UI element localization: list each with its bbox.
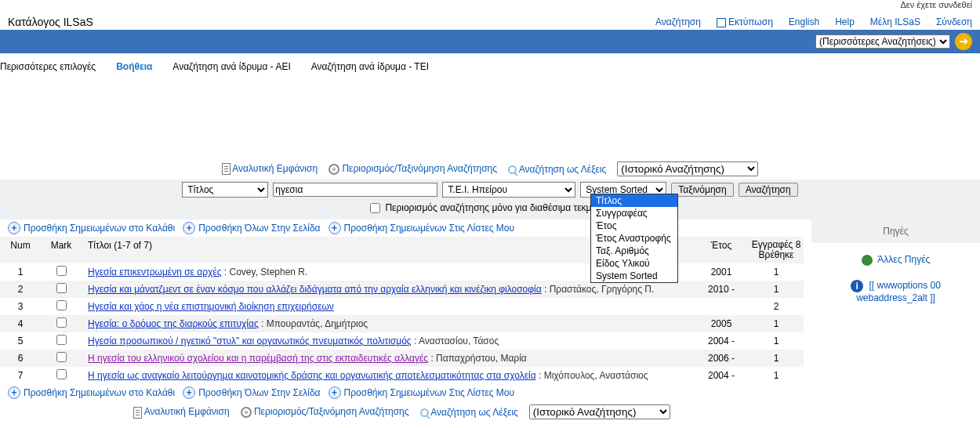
add-marked-lists-bottom[interactable]: +Προσθήκη Σημειωμένων Στις Λίστες Μου [328,386,515,399]
history-select[interactable]: (Ιστορικό Αναζήτησης) [617,161,758,176]
row-year: 2004 - [694,336,749,346]
row-title-link[interactable]: Ηγεσία και μάνατζμεντ σε έναν κόσμο που … [88,284,542,295]
row-num: 4 [0,318,41,329]
row-records: 1 [749,267,804,277]
detailed-view-link[interactable]: Αναλυτική Εμφάνιση [222,163,318,175]
add-marked-lists[interactable]: +Προσθήκη Σημειωμένων Στις Λίστες Μου [328,222,515,234]
row-num: 2 [0,284,41,295]
col-records-header: Εγγραφές 8 Βρέθηκε [749,240,804,260]
row-checkbox[interactable] [56,300,67,310]
table-row: 6Η ηγεσία του ελληνικού σχολείου και η π… [0,350,804,367]
row-checkbox[interactable] [56,335,67,345]
row-year: 2010 - [694,284,749,295]
subnav-more-options[interactable]: Περισσότερες επιλογές [0,61,96,72]
sources-panel-title: Πηγές [811,219,980,243]
row-year: 2001 [694,267,749,277]
gear-icon [241,407,252,418]
add-marked-cart[interactable]: +Προσθήκη Σημειωμένων στο Καλάθι [8,222,175,234]
row-checkbox[interactable] [56,266,67,276]
detailed-view-link-bottom[interactable]: Αναλυτική Εμφάνιση [133,406,229,418]
search-button[interactable]: Αναζήτηση [739,183,798,197]
go-button[interactable] [955,33,972,50]
row-records: 1 [749,353,804,364]
sort-option[interactable]: Τίτλος [591,194,677,207]
row-title-link[interactable]: Ηγεσία επικεντρωμένη σε αρχές [88,267,222,277]
row-year: 2004 - [694,370,749,381]
search-words-link[interactable]: Αναζήτηση ως Λέξεις [508,164,606,175]
other-sources-link[interactable]: Άλλες Πηγές [877,254,930,265]
field-select[interactable]: Τίτλος [182,182,268,198]
plus-icon: + [8,222,20,234]
document-icon [222,163,230,175]
info-icon: i [851,280,863,292]
row-title-link[interactable]: Η ηγεσία του ελληνικού σχολείου και η πα… [88,353,428,364]
subnav-help[interactable]: Βοήθεια [116,61,152,72]
table-row: 3Ηγεσία και χάος η νέα επιστημονική διοί… [0,298,804,315]
limit-sort-link-bottom[interactable]: Περιορισμός/Ταξινόμηση Αναζήτησης [241,406,409,418]
history-select-bottom[interactable]: (Ιστορικό Αναζήτησης) [529,404,670,419]
sort-button[interactable]: Ταξινόμηση [671,183,733,197]
row-author: : Μιχόπουλος, Αναστάσιος [539,370,648,381]
table-row: 4Ηγεσία: ο δρόμος της διαρκούς επιτυχίας… [0,315,804,332]
row-checkbox[interactable] [56,317,67,328]
search-words-link-bottom[interactable]: Αναζήτηση ως Λέξεις [420,407,518,418]
nav-login[interactable]: Σύνδεση [936,16,972,27]
wwwoptions-link[interactable]: [[ wwwoptions 00 webaddress_2alt ]] [856,280,941,303]
document-icon [133,407,142,419]
row-num: 6 [0,353,41,364]
nav-search[interactable]: Αναζήτηση [655,16,701,27]
row-title-link[interactable]: Ηγεσία και χάος η νέα επιστημονική διοίκ… [88,301,334,312]
plus-icon: + [183,386,195,399]
plus-icon: + [183,222,195,234]
subnav-search-tei[interactable]: Αναζήτηση ανά ίδρυμα - ΤΕΙ [311,61,429,72]
nav-english[interactable]: English [789,16,819,27]
row-author: : Πραστάκος, Γρηγόρης Π. [544,284,654,295]
add-all-page-bottom[interactable]: +Προσθήκη Όλων Στην Σελίδα [183,386,320,399]
col-mark-header: Mark [41,240,82,260]
col-year-header: Έτος [694,240,749,260]
row-checkbox[interactable] [56,352,67,362]
limit-sort-link[interactable]: Περιορισμός/Ταξινόμηση Αναζήτησης [328,163,497,175]
row-author: : Παπαχρήστου, Μαρία [430,353,526,364]
row-checkbox[interactable] [56,369,67,379]
row-num: 1 [0,267,41,277]
plus-icon: + [328,222,341,234]
row-title-link[interactable]: Ηγεσία προσωπικού / ηγετικό "στυλ" και ο… [88,336,412,346]
globe-icon [862,255,873,266]
sort-option[interactable]: Συγγραφέας [591,207,677,219]
sort-option[interactable]: Είδος Υλικού [591,257,677,270]
table-row: 7Η ηγεσία ως αναγκαίο λειτούργημα καινοτ… [0,367,804,384]
more-searches-select[interactable]: (Περισσότερες Αναζητήσεις) [815,34,950,49]
sort-option[interactable]: Έτος Αναστροφής [591,232,677,245]
row-title-link[interactable]: Ηγεσία: ο δρόμος της διαρκούς επιτυχίας [88,318,259,329]
limit-label: Περιορισμός αναζήτησης μόνο για διαθέσιμ… [385,202,609,213]
row-author: : Covey, Stephen R. [224,267,308,277]
add-all-page[interactable]: +Προσθήκη Όλων Στην Σελίδα [183,222,320,234]
limit-checkbox[interactable] [370,203,380,213]
sort-dropdown[interactable]: ΤίτλοςΣυγγραφέαςΈτοςΈτος ΑναστροφήςΤαξ. … [590,194,678,283]
row-year: 2005 [694,318,749,329]
sort-option[interactable]: Έτος [591,219,677,232]
row-checkbox[interactable] [56,283,67,293]
scope-select[interactable]: Τ.Ε.Ι. Ηπείρου [442,182,575,198]
row-title-link[interactable]: Η ηγεσία ως αναγκαίο λειτούργημα καινοτο… [88,370,536,381]
row-records: 2 [749,301,804,312]
row-num: 7 [0,370,41,381]
nav-print[interactable]: Εκτύπωση [717,16,773,27]
app-logo: Κατάλογος ILSaS [8,16,93,28]
sort-option[interactable]: Ταξ. Αριθμός [591,245,677,257]
row-records: 1 [749,318,804,329]
add-marked-cart-bottom[interactable]: +Προσθήκη Σημειωμένων στο Καλάθι [8,386,175,399]
subnav-search-aei[interactable]: Αναζήτηση ανά ίδρυμα - ΑΕΙ [172,61,290,72]
row-year: 2006 - [694,353,749,364]
nav-members[interactable]: Μέλη ILSaS [870,16,920,27]
row-records: 1 [749,370,804,381]
row-records: 1 [749,284,804,295]
sort-option[interactable]: System Sorted [591,270,677,282]
printer-icon [717,18,726,27]
row-num: 5 [0,336,41,346]
plus-icon: + [8,386,20,399]
nav-help[interactable]: Help [835,16,855,27]
query-input[interactable] [273,183,437,197]
magnifier-icon [420,408,429,417]
